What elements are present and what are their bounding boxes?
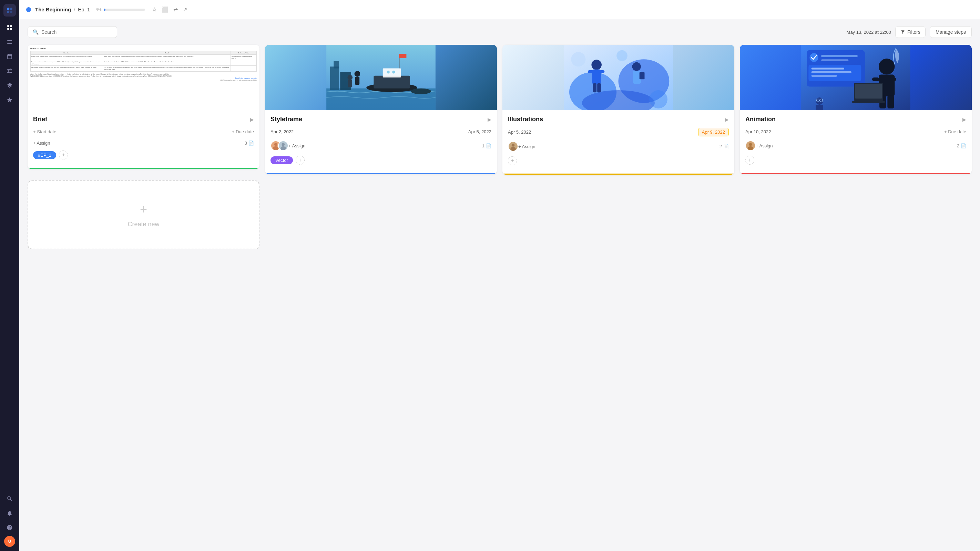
- card-illustrations-image: [503, 45, 734, 110]
- search-input[interactable]: [41, 29, 112, 35]
- svg-rect-31: [588, 70, 594, 73]
- screen-icon[interactable]: ⬜: [162, 6, 169, 13]
- svg-rect-51: [811, 75, 837, 77]
- svg-rect-62: [816, 105, 823, 110]
- styleframe-start-date-btn[interactable]: Apr 2, 2022: [270, 128, 294, 136]
- illustrations-count-number: 2: [719, 144, 722, 149]
- brief-tag-add[interactable]: +: [59, 151, 68, 159]
- svg-point-41: [512, 144, 515, 147]
- card-brief: BRIEF — Script Narration Visual On Scree…: [27, 45, 259, 169]
- svg-rect-50: [811, 71, 851, 73]
- progress-section: 4%: [95, 7, 145, 12]
- breadcrumb-separator: /: [74, 6, 75, 13]
- svg-rect-60: [852, 101, 885, 103]
- svg-point-21: [274, 143, 277, 146]
- svg-point-29: [591, 60, 601, 70]
- search-icon: 🔍: [33, 29, 38, 35]
- search-box[interactable]: 🔍: [27, 26, 117, 38]
- user-avatar[interactable]: U: [4, 536, 15, 547]
- card-brief-tags: #EP_1 +: [33, 151, 254, 159]
- animation-tag-add[interactable]: +: [745, 156, 754, 165]
- card-animation-dates: Apr 10, 2022 + Due date: [745, 128, 966, 136]
- animation-assign-left: + Assign: [745, 140, 773, 151]
- styleframe-illustration: [265, 45, 497, 110]
- brief-start-date-btn[interactable]: + Start date: [33, 128, 57, 136]
- sidebar-icon-layers[interactable]: [3, 79, 16, 92]
- card-illustrations-menu-icon[interactable]: ▶: [725, 117, 729, 122]
- share-icon[interactable]: ↗: [183, 6, 187, 13]
- card-animation: Animation ▶ Apr 10, 2022 + Due date: [740, 45, 972, 174]
- card-styleframe-body: Styleframe ▶ Apr 2, 2022 Apr 5, 2022: [265, 110, 497, 170]
- toolbar: 🔍 May 13, 2022 at 22:00 Filters Manage s…: [27, 26, 972, 38]
- illustrations-tag-add[interactable]: +: [508, 156, 517, 165]
- card-styleframe-menu-icon[interactable]: ▶: [488, 117, 492, 122]
- card-illustrations: Illustrations ▶ Apr 5, 2022 Apr 9, 2022: [503, 45, 734, 175]
- styleframe-assign-count: 1 📄: [482, 143, 492, 148]
- illustrations-start-date-btn[interactable]: Apr 5, 2022: [508, 128, 531, 137]
- svg-rect-47: [821, 59, 848, 61]
- card-illustrations-tags: +: [508, 156, 729, 165]
- card-illustrations-body: Illustrations ▶ Apr 5, 2022 Apr 9, 2022: [503, 110, 734, 171]
- episode-name[interactable]: Ep. 1: [78, 6, 90, 13]
- styleframe-assign-btn[interactable]: + Assign: [288, 143, 305, 148]
- create-new-card[interactable]: + Create new: [27, 181, 259, 249]
- sliders-icon[interactable]: ⇌: [173, 6, 178, 13]
- topbar: The Beginning / Ep. 1 4% ☆ ⬜ ⇌ ↗: [19, 0, 980, 19]
- card-styleframe-image: [265, 45, 497, 110]
- create-plus-icon: +: [140, 202, 147, 217]
- project-name[interactable]: The Beginning: [35, 6, 71, 13]
- manage-steps-button[interactable]: Manage steps: [930, 26, 972, 38]
- brief-illustration: BRIEF — Script Narration Visual On Scree…: [27, 45, 259, 110]
- sidebar-icon-star[interactable]: [3, 94, 16, 106]
- star-icon[interactable]: ☆: [152, 6, 157, 13]
- svg-point-45: [810, 53, 818, 62]
- brief-tag-ep1[interactable]: #EP_1: [33, 151, 56, 159]
- progress-bar: [104, 9, 145, 11]
- sidebar-icon-bell[interactable]: [3, 507, 16, 519]
- card-animation-assign-row: + Assign 2 📄: [745, 140, 966, 151]
- card-brief-assign-row: + Assign 3 📄: [33, 140, 254, 146]
- svg-point-67: [748, 146, 753, 151]
- app-logo[interactable]: [3, 4, 16, 16]
- styleframe-avatar-group: [270, 140, 286, 151]
- illustrations-due-date-btn[interactable]: Apr 9, 2022: [698, 128, 729, 137]
- sidebar: U: [0, 0, 19, 551]
- styleframe-due-date-btn[interactable]: Apr 5, 2022: [468, 128, 492, 136]
- animation-count-icon: 📄: [961, 143, 966, 148]
- sidebar-icon-search[interactable]: [3, 492, 16, 505]
- card-animation-body: Animation ▶ Apr 10, 2022 + Due date: [740, 110, 972, 170]
- card-styleframe-title-row: Styleframe ▶: [270, 116, 492, 123]
- svg-rect-17: [355, 77, 360, 85]
- illustrations-count-icon: 📄: [723, 144, 729, 149]
- card-brief-menu-icon[interactable]: ▶: [250, 117, 254, 122]
- filters-button[interactable]: Filters: [895, 26, 926, 38]
- svg-rect-13: [399, 54, 406, 58]
- brief-due-date-btn[interactable]: + Due date: [232, 128, 254, 136]
- illustrations-illustration: [503, 45, 734, 110]
- card-illustrations-title: Illustrations: [508, 116, 543, 123]
- styleframe-count-number: 1: [482, 143, 485, 148]
- sidebar-icon-calendar[interactable]: [3, 50, 16, 63]
- animation-count-number: 2: [957, 143, 959, 148]
- animation-due-date-btn[interactable]: + Due date: [944, 128, 966, 136]
- animation-assign-btn[interactable]: + Assign: [756, 143, 773, 148]
- brief-assign-btn[interactable]: + Assign: [33, 140, 50, 146]
- card-animation-tags: +: [745, 156, 966, 165]
- styleframe-tag-add[interactable]: +: [296, 156, 305, 165]
- sidebar-icon-help[interactable]: [3, 521, 16, 534]
- svg-point-23: [282, 143, 285, 146]
- illustrations-avatar-1: [508, 141, 518, 151]
- svg-rect-0: [7, 8, 10, 10]
- styleframe-tag-vector[interactable]: Vector: [270, 156, 293, 164]
- sidebar-icon-grid[interactable]: [3, 21, 16, 34]
- illustrations-assign-btn[interactable]: + Assign: [518, 144, 536, 149]
- card-animation-menu-icon[interactable]: ▶: [963, 117, 966, 122]
- sidebar-icon-list[interactable]: [3, 36, 16, 48]
- card-brief-title: Brief: [33, 116, 47, 123]
- svg-rect-6: [330, 67, 339, 90]
- svg-point-24: [280, 146, 286, 151]
- sidebar-icon-sliders[interactable]: [3, 65, 16, 77]
- project-dot: [26, 7, 31, 12]
- card-illustrations-dates: Apr 5, 2022 Apr 9, 2022: [508, 128, 729, 137]
- animation-start-date-btn[interactable]: Apr 10, 2022: [745, 128, 771, 136]
